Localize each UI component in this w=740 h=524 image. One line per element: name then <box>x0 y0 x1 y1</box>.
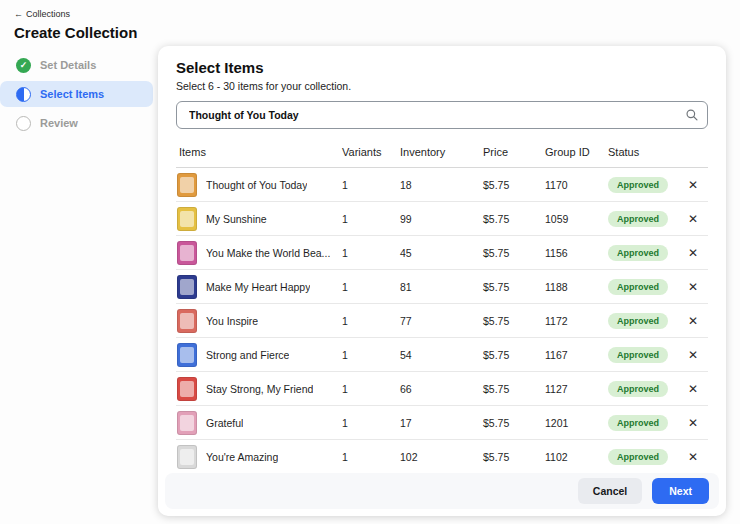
item-thumbnail <box>177 173 197 197</box>
variants-cell: 1 <box>342 417 400 429</box>
status-cell: Approved <box>608 313 684 329</box>
panel-title: Select Items <box>176 59 708 76</box>
status-cell: Approved <box>608 347 684 363</box>
inventory-cell: 99 <box>400 213 483 225</box>
remove-item-button[interactable]: ✕ <box>686 211 700 227</box>
remove-item-button[interactable]: ✕ <box>686 279 700 295</box>
page-header: ← Collections Create Collection <box>14 3 137 41</box>
step-complete-icon: ✓ <box>16 58 31 73</box>
step-label: Review <box>40 117 78 129</box>
remove-item-button[interactable]: ✕ <box>686 177 700 193</box>
price-cell: $5.75 <box>483 213 545 225</box>
item-thumbnail <box>177 309 197 333</box>
header-status: Status <box>608 146 684 158</box>
status-cell: Approved <box>608 211 684 227</box>
group-id-cell: 1170 <box>545 179 608 191</box>
inventory-cell: 77 <box>400 315 483 327</box>
panel-footer: Cancel Next <box>165 473 719 509</box>
variants-cell: 1 <box>342 451 400 463</box>
status-badge: Approved <box>608 347 668 363</box>
table-row: You Inspire 1 77 $5.75 1172 Approved ✕ <box>176 304 708 338</box>
item-thumbnail <box>177 241 197 265</box>
remove-item-button[interactable]: ✕ <box>686 381 700 397</box>
variants-cell: 1 <box>342 247 400 259</box>
group-id-cell: 1167 <box>545 349 608 361</box>
item-name: Stay Strong, My Friend <box>206 383 313 395</box>
next-button[interactable]: Next <box>652 478 709 505</box>
table-row: You Make the World Bea... 1 45 $5.75 115… <box>176 236 708 270</box>
variants-cell: 1 <box>342 213 400 225</box>
item-cell: Stay Strong, My Friend <box>176 377 342 401</box>
item-name: My Sunshine <box>206 213 267 225</box>
variants-cell: 1 <box>342 179 400 191</box>
stepper-item-select-items[interactable]: Select Items <box>0 81 153 107</box>
price-cell: $5.75 <box>483 281 545 293</box>
price-cell: $5.75 <box>483 247 545 259</box>
stepper: ✓ Set Details Select Items Review <box>0 52 153 139</box>
item-cell: Strong and Fierce <box>176 343 342 367</box>
status-badge: Approved <box>608 177 668 193</box>
item-name: Strong and Fierce <box>206 349 289 361</box>
stepper-item-set-details[interactable]: ✓ Set Details <box>0 52 153 78</box>
group-id-cell: 1156 <box>545 247 608 259</box>
status-cell: Approved <box>608 177 684 193</box>
inventory-cell: 17 <box>400 417 483 429</box>
status-badge: Approved <box>608 381 668 397</box>
header-group-id: Group ID <box>545 146 608 158</box>
remove-item-button[interactable]: ✕ <box>686 245 700 261</box>
table-row: You're Amazing 1 102 $5.75 1102 Approved… <box>176 440 708 474</box>
item-thumbnail <box>177 411 197 435</box>
item-name: You Make the World Bea... <box>206 247 330 259</box>
item-cell: You're Amazing <box>176 445 342 469</box>
group-id-cell: 1059 <box>545 213 608 225</box>
group-id-cell: 1102 <box>545 451 608 463</box>
inventory-cell: 81 <box>400 281 483 293</box>
item-cell: Thought of You Today <box>176 173 342 197</box>
header-variants: Variants <box>342 146 400 158</box>
remove-item-button[interactable]: ✕ <box>686 449 700 465</box>
status-badge: Approved <box>608 313 668 329</box>
search-icon <box>685 108 699 126</box>
remove-item-button[interactable]: ✕ <box>686 347 700 363</box>
item-thumbnail <box>177 275 197 299</box>
table-row: Stay Strong, My Friend 1 66 $5.75 1127 A… <box>176 372 708 406</box>
item-cell: Grateful <box>176 411 342 435</box>
table-row: Thought of You Today 1 18 $5.75 1170 App… <box>176 168 708 202</box>
group-id-cell: 1127 <box>545 383 608 395</box>
price-cell: $5.75 <box>483 451 545 463</box>
status-cell: Approved <box>608 449 684 465</box>
item-thumbnail <box>177 377 197 401</box>
header-inventory: Inventory <box>400 146 483 158</box>
step-upcoming-icon <box>16 116 31 131</box>
item-thumbnail <box>177 343 197 367</box>
step-label: Select Items <box>40 88 104 100</box>
panel-subtitle: Select 6 - 30 items for your collection. <box>176 80 708 92</box>
variants-cell: 1 <box>342 315 400 327</box>
item-cell: My Sunshine <box>176 207 342 231</box>
header-price: Price <box>483 146 545 158</box>
search-input[interactable] <box>176 101 708 129</box>
item-thumbnail <box>177 445 197 469</box>
variants-cell: 1 <box>342 281 400 293</box>
inventory-cell: 18 <box>400 179 483 191</box>
inventory-cell: 66 <box>400 383 483 395</box>
group-id-cell: 1172 <box>545 315 608 327</box>
remove-item-button[interactable]: ✕ <box>686 313 700 329</box>
cancel-button[interactable]: Cancel <box>578 478 642 505</box>
inventory-cell: 102 <box>400 451 483 463</box>
price-cell: $5.75 <box>483 349 545 361</box>
status-badge: Approved <box>608 279 668 295</box>
status-cell: Approved <box>608 279 684 295</box>
header-items: Items <box>176 146 342 158</box>
item-name: Make My Heart Happy <box>206 281 310 293</box>
table-body: Thought of You Today 1 18 $5.75 1170 App… <box>176 168 708 474</box>
remove-item-button[interactable]: ✕ <box>686 415 700 431</box>
breadcrumb[interactable]: ← Collections <box>14 9 70 19</box>
item-name: You Inspire <box>206 315 258 327</box>
stepper-item-review[interactable]: Review <box>0 110 153 136</box>
inventory-cell: 54 <box>400 349 483 361</box>
search-bar <box>176 101 708 129</box>
table-row: Strong and Fierce 1 54 $5.75 1167 Approv… <box>176 338 708 372</box>
breadcrumb-label: Collections <box>26 9 70 19</box>
inventory-cell: 45 <box>400 247 483 259</box>
